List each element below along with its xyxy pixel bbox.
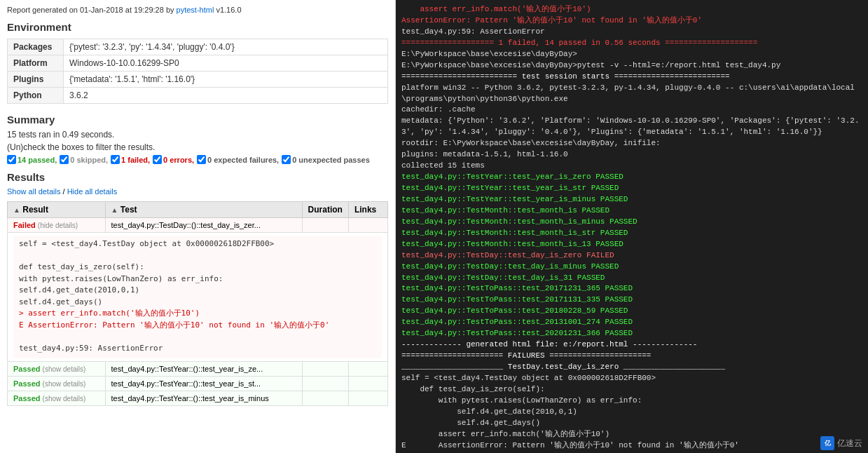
result-failed-label: Failed [13,221,36,229]
terminal-line: collected 15 items [401,161,862,172]
terminal-line: test_day4.py:59: AssertionError [401,27,862,38]
env-value: {'metadata': '1.5.1', 'html': '1.16.0'} [64,72,388,88]
terminal-line: self = <test_day4.TestDay object at 0x00… [401,373,862,384]
show-details-link[interactable]: (show details) [43,365,86,373]
filter-count-failed: 1 failed, [121,156,150,164]
terminal-line: ------------- generated html file: e:/re… [401,339,862,351]
failed-test-name: test_day4.py::TestDay::()::test_day_is_z… [105,218,302,233]
hide-details-link[interactable]: (hide details) [38,222,78,229]
terminal-line: self.d4.get_days() [401,418,862,429]
code-line: E AssertionError: Pattern '输入的值小于10' not… [19,320,376,332]
result-col-header: ▲ Result [8,202,106,218]
failed-duration [302,218,348,233]
terminal-line: test_day4.py::TestMonth::test_month_is_1… [401,239,862,250]
terminal-line: test_day4.py::TestYear::test_year_is_str… [401,183,862,194]
env-row: PlatformWindows-10-10.0.16299-SP0 [8,55,388,72]
env-key: Plugins [8,72,64,88]
passed-row: Passed (show details) test_day4.py::Test… [8,377,388,391]
environment-table: Packages{'pytest': '3.2.3', 'py': '1.4.3… [7,39,388,104]
failed-code-block: self = <test_day4.TestDay object at 0x00… [13,236,382,358]
failed-code-cell: self = <test_day4.TestDay object at 0x00… [8,233,388,362]
passed-links [348,377,387,391]
passed-duration [302,391,348,406]
terminal-line: metadata: {'Python': '3.6.2', 'Platform'… [401,116,862,138]
terminal-line: platform win32 -- Python 3.6.2, pytest-3… [401,83,862,105]
filter-failed[interactable]: 1 failed, [111,155,150,164]
passed-links [348,362,387,377]
filter-count-errors: 0 errors, [163,156,194,164]
env-key: Python [8,88,64,104]
passed-test-name: test_day4.py::TestYear::()::test_year_is… [105,377,302,391]
terminal-line: assert err_info.match('输入的值小于10') [401,429,862,440]
terminal-line: self.d4.get_date(2010,0,1) [401,407,862,418]
filter-passed[interactable]: 14 passed, [7,155,57,164]
env-value: Windows-10-10.0.16299-SP0 [64,55,388,72]
pytest-html-link[interactable]: pytest-html [177,6,214,14]
passed-row: Passed (show details) test_day4.py::Test… [8,391,388,406]
show-details-link[interactable]: (show details) [43,380,86,388]
failed-row: Failed (hide details) test_day4.py::Test… [8,218,388,233]
terminal-line: test_day4.py::TestDay::test_day_is_minus… [401,262,862,273]
show-hide-links: Show all details / Hide all details [7,187,388,196]
filter-skipped[interactable]: 0 skipped, [60,155,108,164]
terminal-line: cachedir: .cache [401,104,862,116]
result-cell-failed: Failed (hide details) [8,218,106,233]
env-row: Python3.6.2 [8,88,388,104]
failed-links [348,218,387,233]
show-all-link[interactable]: Show all details [7,187,60,196]
summary-title: Summary [7,114,388,126]
terminal-line: test_day4.py::TestMonth::test_month_is P… [401,205,862,217]
code-line: > assert err_info.match('输入的值小于10') [19,308,376,320]
filter-errors[interactable]: 0 errors, [153,155,194,164]
terminal-line: test_day4.py::TestToPass::test_20171231_… [401,283,862,295]
code-line: self.d4.get_days() [19,297,376,309]
terminal-line: E:\PyWorkspace\base\excesise\dayByDay>py… [401,60,862,72]
code-line: test_day4.py:59: AssertionError [19,343,376,355]
filter-count-skipped: 0 skipped, [70,156,108,164]
report-version: v1.16.0 [214,6,241,14]
passed-links [348,391,387,406]
code-line [19,331,376,343]
terminal-line: test_day4.py::TestMonth::test_month_is_m… [401,217,862,228]
left-panel: Report generated on 01-Jan-2018 at 19:29… [0,0,396,453]
tests-ran-text: 15 tests ran in 0.49 seconds. [7,130,388,140]
failed-code-row: self = <test_day4.TestDay object at 0x00… [8,233,388,362]
terminal-line: rootdir: E:\PyWorkspace\base\excesise\da… [401,138,862,149]
filter-checkbox-expected[interactable] [197,155,206,164]
filter-row: 14 passed, 0 skipped, 1 failed, 0 errors… [7,155,388,164]
terminal-line: test_day4.py::TestToPass::test_20131001_… [401,317,862,328]
terminal-line: test_day4.py::TestMonth::test_month_is_s… [401,228,862,239]
terminal-line: assert err_info.match('输入的值小于10') [401,4,862,15]
filter-checkbox-skipped[interactable] [60,155,69,164]
filter-checkbox-failed[interactable] [111,155,120,164]
passed-duration [302,362,348,377]
terminal-line: test_day4.py::TestToPass::test_20171131_… [401,295,862,306]
filter-checkbox-passed[interactable] [7,155,16,164]
show-details-link[interactable]: (show details) [43,395,86,403]
results-table: ▲ Result ▲ Test Duration Links Failed (h… [7,201,388,406]
result-passed-label: Passed [13,365,41,373]
code-line: def test_day_is_zero(self): [19,262,376,273]
env-row: Plugins{'metadata': '1.5.1', 'html': '1.… [8,72,388,88]
filter-unexpected[interactable]: 0 unexpected passes [282,155,370,164]
terminal-line: def test_day_is_zero(self): [401,384,862,395]
filter-expected[interactable]: 0 expected failures, [197,155,279,164]
result-cell-passed: Passed (show details) [8,391,106,406]
terminal-line: E:\PyWorkspace\base\excesise\dayByDay> [401,49,862,60]
filter-checkbox-unexpected[interactable] [282,155,291,164]
passed-test-name: test_day4.py::TestYear::()::test_year_is… [105,362,302,377]
terminal-line: E AssertionError: Pattern '输入的值小于10' not… [401,440,862,452]
terminal-line: test_day4.py::TestToPass::test_20201231_… [401,328,862,339]
filter-checkbox-errors[interactable] [153,155,162,164]
terminal-line: ______________________ TestDay.test_day_… [401,362,862,373]
terminal-line: ========================= test session s… [401,72,862,83]
filter-hint: (Un)check the boxes to filter the result… [7,142,388,152]
hide-all-link[interactable]: Hide all details [67,187,118,196]
result-passed-label: Passed [13,379,41,388]
duration-col-header: Duration [302,202,348,218]
results-header-row: ▲ Result ▲ Test Duration Links [8,202,388,218]
test-col-header: ▲ Test [105,202,302,218]
environment-title: Environment [7,21,388,33]
terminal-line: AssertionError: Pattern '输入的值小于10' not f… [401,15,862,27]
terminal-line: test_day4.py::TestDay::test_day_is_zero … [401,250,862,262]
